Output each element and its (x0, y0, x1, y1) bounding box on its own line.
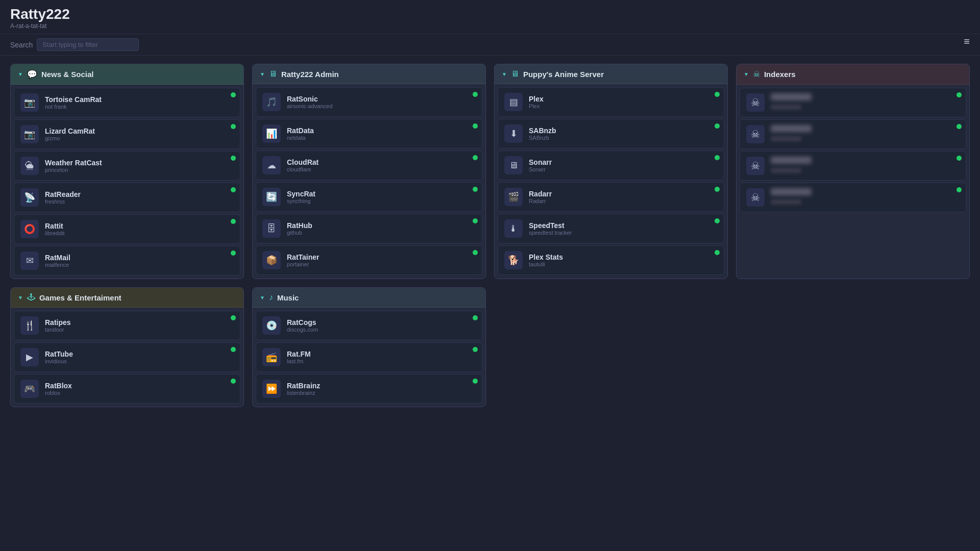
service-item-indexers-1[interactable]: ☠ (740, 119, 966, 149)
service-item-news-social-4[interactable]: ⭕ Rattit libreddit (14, 214, 240, 244)
service-info: Radarr Radarr (529, 190, 718, 204)
service-sub: speedtest tracker (529, 230, 718, 236)
service-icon-wrap-SpeedTest: 🌡 (504, 219, 523, 238)
status-dot (715, 155, 720, 160)
status-dot (957, 156, 962, 161)
service-item-music-2[interactable]: ⏩ RatBrainz listenbrainz (256, 374, 482, 404)
group-card-news-social: ▼ 💬 News & Social 📷 Tortoise CamRat not … (10, 64, 244, 279)
service-info: CloudRat cloudflare (287, 158, 476, 172)
status-dot (473, 155, 478, 160)
group-title-news-social: News & Social (41, 70, 94, 79)
service-info: RatBlox roblox (45, 382, 234, 396)
status-dot (473, 250, 478, 255)
service-name: Rattit (45, 222, 234, 230)
group-header-puppy-anime[interactable]: ▼ 🖥 Puppy's Anime Server (495, 64, 727, 84)
status-dot (231, 219, 236, 224)
service-item-puppy-anime-4[interactable]: 🌡 SpeedTest speedtest tracker (498, 214, 724, 243)
service-icon-wrap-Ratipes: 🍴 (20, 316, 39, 335)
service-icon-wrap-LizardCamRat: 📷 (20, 125, 39, 143)
app-header: Ratty222 A-rat-a-tat-tat (0, 0, 980, 34)
service-info: SyncRat syncthing (287, 190, 476, 204)
service-sub: Radarr (529, 198, 718, 204)
group-row-1: ▼ 💬 News & Social 📷 Tortoise CamRat not … (0, 56, 980, 287)
service-info (771, 188, 960, 207)
group-header-music[interactable]: ▼ ♪ Music (253, 288, 485, 308)
service-name: Ratipes (45, 318, 234, 327)
service-sub: netdata (287, 135, 476, 141)
service-info: SpeedTest speedtest tracker (529, 221, 718, 236)
service-item-ratty222-admin-1[interactable]: 📊 RatData netdata (256, 119, 482, 148)
service-name: Plex (529, 95, 718, 103)
group-header-games-entertainment[interactable]: ▼ 🕹 Games & Entertaiment (11, 288, 243, 308)
service-item-news-social-0[interactable]: 📷 Tortoise CamRat not frank (14, 88, 240, 117)
service-item-ratty222-admin-4[interactable]: 🗄 RatHub github (256, 214, 482, 243)
service-item-puppy-anime-2[interactable]: 🖥 Sonarr Sonarr (498, 151, 724, 180)
service-sub: Plex (529, 103, 718, 109)
search-label: Search (10, 41, 33, 49)
service-sub: github (287, 230, 476, 236)
service-item-music-1[interactable]: 📻 Rat.FM last.fm (256, 342, 482, 372)
service-item-puppy-anime-3[interactable]: 🎬 Radarr Radarr (498, 182, 724, 212)
service-info: Plex Plex (529, 95, 718, 109)
group-icon-puppy-anime: 🖥 (511, 69, 519, 79)
service-sub: libreddit (45, 230, 234, 236)
status-dot (715, 187, 720, 192)
group-header-indexers[interactable]: ▼ ☠ Indexers (737, 64, 969, 85)
service-icon-wrap-RatBlox: 🎮 (20, 380, 39, 398)
service-item-news-social-3[interactable]: 📡 RatReader freshrss (14, 183, 240, 212)
service-item-news-social-2[interactable]: 🌦 Weather RatCast princeton (14, 151, 240, 181)
service-item-puppy-anime-5[interactable]: 🐕 Plex Stats tautulli (498, 245, 724, 275)
service-icon-wrap-SABnzb: ⬇ (504, 124, 523, 143)
service-sub: princeton (45, 167, 234, 173)
service-item-music-0[interactable]: 💿 RatCogs discogs.com (256, 311, 482, 340)
service-info: SABnzb SABnzb (529, 127, 718, 141)
service-sub: not frank (45, 104, 234, 110)
service-item-games-entertainment-2[interactable]: 🎮 RatBlox roblox (14, 374, 240, 404)
service-item-puppy-anime-1[interactable]: ⬇ SABnzb SABnzb (498, 119, 724, 148)
service-item-indexers-0[interactable]: ☠ (740, 88, 966, 117)
service-info: RatCogs discogs.com (287, 318, 476, 333)
service-icon-wrap-RatTainer: 📦 (262, 251, 281, 269)
group-header-news-social[interactable]: ▼ 💬 News & Social (11, 64, 243, 85)
services-list-puppy-anime: ▤ Plex Plex ⬇ SABnzb SABnzb 🖥 Sonarr Son… (495, 84, 727, 278)
service-item-puppy-anime-0[interactable]: ▤ Plex Plex (498, 87, 724, 117)
service-icon-wrap-Rat.FM: 📻 (262, 348, 281, 366)
service-info: Tortoise CamRat not frank (45, 95, 234, 110)
service-icon-wrap-RatCogs: 💿 (262, 316, 281, 335)
service-item-news-social-5[interactable]: ✉ RatMail mailfence (14, 246, 240, 276)
status-dot (473, 123, 478, 129)
service-item-games-entertainment-1[interactable]: ▶ RatTube invidious (14, 342, 240, 372)
service-icon-wrap-WeatherRatCast: 🌦 (20, 157, 39, 175)
status-dot (231, 156, 236, 161)
group-header-ratty222-admin[interactable]: ▼ 🖥 Ratty222 Admin (253, 64, 485, 84)
group-title-games-entertainment: Games & Entertaiment (39, 293, 121, 302)
service-sub: discogs.com (287, 327, 476, 333)
group-row-2: ▼ 🕹 Games & Entertaiment 🍴 Ratipes tando… (0, 287, 980, 415)
group-title-puppy-anime: Puppy's Anime Server (523, 70, 604, 79)
group-card-music: ▼ ♪ Music 💿 RatCogs discogs.com 📻 Rat.FM… (252, 287, 486, 407)
menu-icon[interactable]: ≡ (964, 36, 970, 47)
service-info: Rat.FM last.fm (287, 350, 476, 364)
service-name: RatBrainz (287, 382, 476, 390)
service-item-games-entertainment-0[interactable]: 🍴 Ratipes tandoor (14, 311, 240, 340)
status-dot (715, 250, 720, 255)
service-info: RatMail mailfence (45, 254, 234, 268)
service-item-indexers-2[interactable]: ☠ (740, 151, 966, 181)
service-icon-wrap-SyncRat: 🔄 (262, 188, 281, 206)
status-dot (231, 187, 236, 192)
services-list-indexers: ☠ ☠ ☠ ☠ (737, 85, 969, 215)
service-icon-wrap-RatData: 📊 (262, 124, 281, 143)
service-item-ratty222-admin-0[interactable]: 🎵 RatSonic airsonic-advanced (256, 87, 482, 117)
service-icon-wrap: ☠ (746, 157, 765, 175)
service-item-ratty222-admin-2[interactable]: ☁ CloudRat cloudflare (256, 151, 482, 180)
service-info: RatData netdata (287, 127, 476, 141)
service-sub: SABnzb (529, 135, 718, 141)
service-item-news-social-1[interactable]: 📷 Lizard CamRat gizmo (14, 119, 240, 149)
service-name: RatTainer (287, 253, 476, 261)
status-dot (231, 92, 236, 97)
service-item-ratty222-admin-5[interactable]: 📦 RatTainer portainer (256, 245, 482, 275)
service-name: Radarr (529, 190, 718, 198)
service-item-ratty222-admin-3[interactable]: 🔄 SyncRat syncthing (256, 182, 482, 212)
service-item-indexers-3[interactable]: ☠ (740, 183, 966, 212)
search-input[interactable] (37, 38, 139, 51)
